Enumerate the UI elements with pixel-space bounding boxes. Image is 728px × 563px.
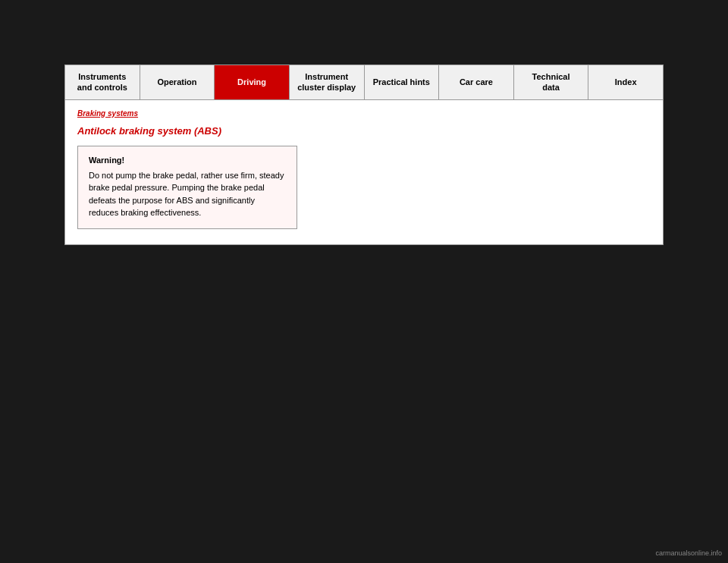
nav-label-instrument-cluster: Instrument cluster display (297, 71, 356, 93)
nav-item-operation[interactable]: Operation (140, 65, 215, 99)
section-heading: Antilock braking system (ABS) (77, 125, 651, 137)
warning-text: Do not pump the brake pedal, rather use … (89, 169, 286, 219)
warning-title: Warning! (89, 156, 286, 165)
nav-label-instruments: Instruments and controls (77, 71, 127, 93)
nav-bar: Instruments and controls Operation Drivi… (64, 64, 664, 100)
nav-item-car-care[interactable]: Car care (439, 65, 514, 99)
nav-item-instrument-cluster[interactable]: Instrument cluster display (290, 65, 365, 99)
nav-label-practical-hints: Practical hints (373, 77, 430, 87)
nav-label-driving: Driving (237, 77, 266, 87)
nav-item-instruments[interactable]: Instruments and controls (65, 65, 140, 99)
main-container: Instruments and controls Operation Drivi… (64, 64, 664, 245)
warning-box: Warning! Do not pump the brake pedal, ra… (77, 146, 297, 229)
nav-label-index: Index (615, 77, 637, 87)
breadcrumb: Braking systems (77, 109, 651, 118)
nav-item-index[interactable]: Index (588, 65, 663, 99)
nav-label-technical-data: Technical data (532, 71, 570, 93)
logo-text: carmanualsonline.info (655, 549, 722, 557)
nav-item-practical-hints[interactable]: Practical hints (365, 65, 440, 99)
nav-label-car-care: Car care (460, 77, 493, 87)
nav-label-operation: Operation (157, 77, 196, 87)
nav-item-driving[interactable]: Driving (215, 65, 290, 99)
bottom-logo: carmanualsonline.info (655, 549, 722, 557)
content-area: Braking systems Antilock braking system … (64, 100, 664, 245)
nav-item-technical-data[interactable]: Technical data (514, 65, 589, 99)
